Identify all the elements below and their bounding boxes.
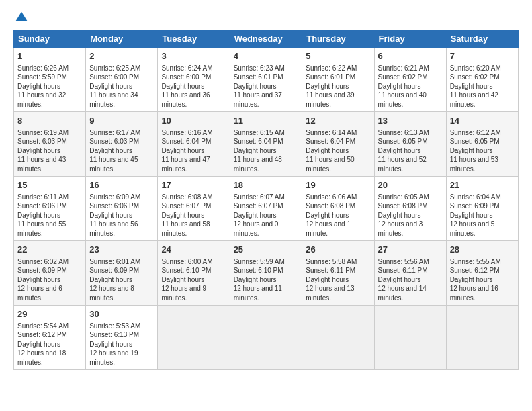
daylight-value: 11 hours and 39 minutes.: [306, 91, 354, 108]
daylight-value: 11 hours and 42 minutes.: [450, 91, 498, 108]
daylight-label: Daylight hours: [306, 276, 349, 283]
day-number: 24: [161, 244, 226, 256]
calendar-cell: 30Sunrise: 5:53 AMSunset: 6:13 PMDayligh…: [86, 306, 158, 370]
calendar-cell: 22Sunrise: 6:02 AMSunset: 6:09 PMDayligh…: [14, 241, 86, 306]
sunrise-label: Sunrise: 6:15 AM: [234, 129, 285, 136]
day-number: 7: [450, 50, 515, 62]
daylight-value: 12 hours and 11 minutes.: [234, 285, 282, 302]
calendar-week-4: 22Sunrise: 6:02 AMSunset: 6:09 PMDayligh…: [14, 241, 519, 306]
sunset-label: Sunset: 6:10 PM: [234, 267, 283, 274]
sunset-label: Sunset: 6:09 PM: [89, 267, 139, 274]
sunrise-label: Sunrise: 6:25 AM: [89, 64, 140, 72]
day-number: 27: [378, 244, 443, 256]
calendar-header-thursday: Thursday: [302, 30, 374, 48]
daylight-value: 12 hours and 14 minutes.: [378, 285, 427, 302]
calendar-cell: 10Sunrise: 6:16 AMSunset: 6:04 PMDayligh…: [158, 112, 230, 177]
daylight-value: 12 hours and 6 minutes.: [17, 285, 62, 302]
sunrise-label: Sunrise: 6:11 AM: [17, 193, 69, 201]
daylight-value: 11 hours and 45 minutes.: [89, 156, 138, 173]
sunrise-label: Sunrise: 6:17 AM: [89, 129, 140, 136]
calendar-table: SundayMondayTuesdayWednesdayThursdayFrid…: [13, 30, 519, 370]
day-number: 10: [161, 115, 226, 127]
daylight-value: 12 hours and 19 minutes.: [89, 349, 138, 366]
sunset-label: Sunset: 6:08 PM: [378, 202, 428, 210]
calendar-cell: 15Sunrise: 6:11 AMSunset: 6:06 PMDayligh…: [14, 177, 86, 241]
daylight-label: Daylight hours: [306, 83, 349, 90]
sunset-label: Sunset: 6:13 PM: [89, 331, 139, 338]
day-number: 14: [450, 115, 515, 127]
day-number: 1: [17, 50, 82, 62]
day-number: 29: [17, 308, 82, 320]
sunset-label: Sunset: 6:05 PM: [450, 138, 500, 145]
calendar-cell: 26Sunrise: 5:58 AMSunset: 6:11 PMDayligh…: [302, 241, 374, 306]
calendar-cell: 2Sunrise: 6:25 AMSunset: 6:00 PMDaylight…: [86, 48, 158, 112]
calendar-cell: [158, 306, 230, 370]
logo: [13, 11, 28, 24]
sunrise-label: Sunrise: 6:04 AM: [450, 193, 501, 201]
calendar-header-wednesday: Wednesday: [230, 30, 302, 48]
daylight-label: Daylight hours: [378, 276, 421, 283]
daylight-label: Daylight hours: [234, 147, 277, 154]
daylight-label: Daylight hours: [89, 147, 132, 154]
daylight-value: 11 hours and 52 minutes.: [378, 156, 427, 173]
sunrise-label: Sunrise: 5:53 AM: [89, 322, 140, 330]
sunset-label: Sunset: 6:08 PM: [306, 202, 355, 210]
daylight-label: Daylight hours: [450, 212, 493, 219]
calendar-header-tuesday: Tuesday: [158, 30, 230, 48]
calendar-cell: 23Sunrise: 6:01 AMSunset: 6:09 PMDayligh…: [86, 241, 158, 306]
calendar-header-saturday: Saturday: [446, 30, 518, 48]
sunrise-label: Sunrise: 6:14 AM: [306, 129, 357, 136]
calendar-cell: 3Sunrise: 6:24 AMSunset: 6:00 PMDaylight…: [158, 48, 230, 112]
day-number: 18: [234, 179, 299, 191]
daylight-label: Daylight hours: [161, 276, 204, 283]
daylight-label: Daylight hours: [89, 276, 132, 283]
daylight-value: 12 hours and 1 minute.: [306, 220, 351, 237]
sunrise-label: Sunrise: 6:12 AM: [450, 129, 501, 136]
sunrise-label: Sunrise: 6:06 AM: [306, 193, 357, 201]
sunrise-label: Sunrise: 6:26 AM: [17, 64, 69, 72]
sunrise-label: Sunrise: 6:16 AM: [161, 129, 212, 136]
daylight-value: 12 hours and 0 minutes.: [234, 220, 279, 237]
calendar-cell: 27Sunrise: 5:56 AMSunset: 6:11 PMDayligh…: [374, 241, 446, 306]
daylight-value: 11 hours and 53 minutes.: [450, 156, 498, 173]
sunset-label: Sunset: 6:11 PM: [378, 267, 428, 274]
calendar-cell: 12Sunrise: 6:14 AMSunset: 6:04 PMDayligh…: [302, 112, 374, 177]
sunset-label: Sunset: 5:59 PM: [17, 73, 67, 81]
daylight-value: 12 hours and 5 minutes.: [450, 220, 495, 237]
day-number: 3: [161, 50, 226, 62]
sunrise-label: Sunrise: 6:09 AM: [89, 193, 140, 201]
sunrise-label: Sunrise: 6:01 AM: [89, 258, 140, 265]
calendar-header-monday: Monday: [86, 30, 158, 48]
day-number: 28: [450, 244, 515, 256]
calendar-cell: 20Sunrise: 6:05 AMSunset: 6:08 PMDayligh…: [374, 177, 446, 241]
calendar-cell: [446, 306, 518, 370]
sunset-label: Sunset: 6:10 PM: [161, 267, 211, 274]
sunset-label: Sunset: 6:12 PM: [450, 267, 500, 274]
sunset-label: Sunset: 6:11 PM: [306, 267, 355, 274]
sunrise-label: Sunrise: 6:00 AM: [161, 258, 212, 265]
header: [13, 11, 519, 24]
sunset-label: Sunset: 6:05 PM: [378, 138, 428, 145]
day-number: 25: [234, 244, 299, 256]
calendar-cell: 21Sunrise: 6:04 AMSunset: 6:09 PMDayligh…: [446, 177, 518, 241]
logo-icon: [15, 11, 28, 24]
daylight-value: 11 hours and 48 minutes.: [234, 156, 282, 173]
sunrise-label: Sunrise: 6:13 AM: [378, 129, 429, 136]
sunset-label: Sunset: 6:06 PM: [89, 202, 139, 210]
sunset-label: Sunset: 6:04 PM: [234, 138, 283, 145]
daylight-value: 11 hours and 43 minutes.: [17, 156, 66, 173]
day-number: 6: [378, 50, 443, 62]
daylight-label: Daylight hours: [161, 83, 204, 90]
daylight-value: 11 hours and 56 minutes.: [89, 220, 138, 237]
calendar-cell: [230, 306, 302, 370]
sunrise-label: Sunrise: 5:56 AM: [378, 258, 429, 265]
sunset-label: Sunset: 6:09 PM: [17, 267, 67, 274]
sunrise-label: Sunrise: 6:05 AM: [378, 193, 429, 201]
day-number: 20: [378, 179, 443, 191]
sunset-label: Sunset: 6:07 PM: [234, 202, 283, 210]
daylight-label: Daylight hours: [89, 340, 132, 348]
calendar-cell: 4Sunrise: 6:23 AMSunset: 6:01 PMDaylight…: [230, 48, 302, 112]
day-number: 9: [89, 115, 154, 127]
sunset-label: Sunset: 6:07 PM: [161, 202, 211, 210]
daylight-label: Daylight hours: [17, 147, 60, 154]
